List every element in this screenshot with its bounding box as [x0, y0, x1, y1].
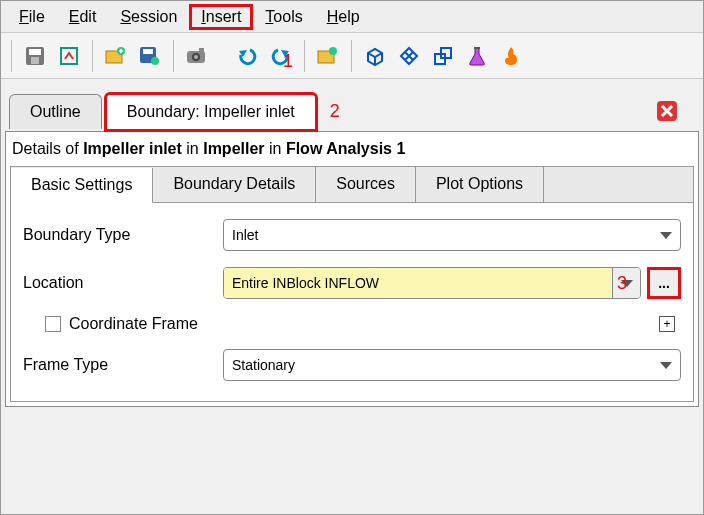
location-select[interactable]: Entire INBlock INFLOW [224, 268, 612, 298]
flame-icon[interactable] [496, 41, 526, 71]
svg-point-14 [329, 47, 337, 55]
location-browse-button[interactable]: ... [647, 267, 681, 299]
svg-rect-12 [199, 48, 204, 52]
frame-type-label: Frame Type [23, 356, 223, 374]
menu-file[interactable]: File [7, 4, 57, 30]
menu-help[interactable]: Help [315, 4, 372, 30]
folder-icon[interactable] [313, 41, 343, 71]
coord-frame-label: Coordinate Frame [69, 315, 198, 333]
tab-sources[interactable]: Sources [316, 167, 416, 202]
tree-save-icon[interactable] [135, 41, 165, 71]
svg-rect-17 [474, 47, 480, 49]
chevron-down-icon [660, 232, 672, 239]
svg-point-11 [194, 55, 198, 59]
box-icon[interactable] [360, 41, 390, 71]
svg-point-8 [151, 57, 159, 65]
tab-plot-options[interactable]: Plot Options [416, 167, 544, 202]
toolbar: 1 [1, 33, 703, 79]
menu-insert[interactable]: Insert [189, 4, 253, 30]
svg-rect-1 [29, 49, 41, 55]
flask-icon[interactable] [462, 41, 492, 71]
menu-session[interactable]: Session [108, 4, 189, 30]
boundary-type-select[interactable]: Inlet [223, 219, 681, 251]
svg-rect-7 [143, 49, 153, 54]
location-label: Location [23, 274, 223, 292]
transform-icon[interactable] [428, 41, 458, 71]
menubar: File Edit Session Insert Tools Help [1, 1, 703, 33]
camera-icon[interactable] [182, 41, 212, 71]
details-heading: Details of Impeller inlet in Impeller in… [10, 136, 694, 162]
annotation-1: 1 [283, 51, 293, 72]
chevron-down-icon [660, 362, 672, 369]
inner-tabs: Basic Settings Boundary Details Sources … [11, 167, 693, 203]
annotation-3: 3 [617, 273, 627, 294]
details-panel: Details of Impeller inlet in Impeller in… [5, 131, 699, 407]
menu-edit[interactable]: Edit [57, 4, 109, 30]
tab-boundary[interactable]: Boundary: Impeller inlet [104, 92, 318, 132]
tree-open-icon[interactable] [101, 41, 131, 71]
svg-rect-3 [61, 48, 77, 64]
undo-icon[interactable] [232, 41, 262, 71]
close-icon[interactable] [655, 99, 679, 123]
refresh-icon[interactable] [54, 41, 84, 71]
mesh-icon[interactable] [394, 41, 424, 71]
save-icon[interactable] [20, 41, 50, 71]
tab-basic-settings[interactable]: Basic Settings [11, 168, 153, 203]
frame-type-select[interactable]: Stationary [223, 349, 681, 381]
panel-tabs: Outline Boundary: Impeller inlet 2 [1, 91, 703, 131]
annotation-2: 2 [330, 101, 340, 122]
tab-boundary-details[interactable]: Boundary Details [153, 167, 316, 202]
svg-rect-2 [31, 57, 39, 64]
menu-tools[interactable]: Tools [253, 4, 314, 30]
boundary-type-label: Boundary Type [23, 226, 223, 244]
basic-settings-form: Boundary Type Inlet Location Entire INB [11, 203, 693, 401]
expand-button[interactable]: + [659, 316, 675, 332]
coord-frame-checkbox[interactable] [45, 316, 61, 332]
tab-outline[interactable]: Outline [9, 94, 102, 129]
